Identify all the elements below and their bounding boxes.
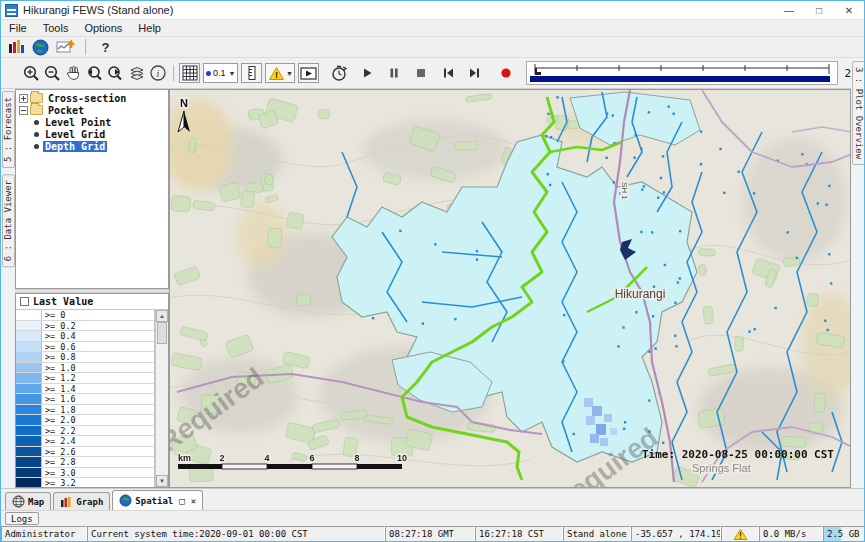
legend-row[interactable]: >= 1.8: [16, 405, 154, 416]
toolbar-separator: [173, 65, 174, 81]
menu-tools[interactable]: Tools: [35, 21, 77, 35]
chevron-down-icon[interactable]: ▼: [286, 70, 293, 77]
tree-item-level-grid[interactable]: Level Grid: [16, 128, 168, 140]
status-gmt-time: 08:27:18 GMT: [385, 526, 475, 542]
tree-item-level-point[interactable]: Level Point: [16, 116, 168, 128]
stop-button[interactable]: [410, 63, 431, 83]
bar-chart-icon: [60, 496, 73, 508]
status-coordinates: -35.657 , 174.199: [631, 526, 721, 542]
database-display-button[interactable]: [5, 37, 26, 57]
legend-value-label: >= 0.6: [42, 342, 154, 352]
toolbar-separator: [85, 39, 86, 55]
legend-scrollbar[interactable]: ▲ ▼: [155, 310, 168, 487]
tab-maximize-icon[interactable]: □: [179, 496, 184, 506]
legend-row[interactable]: >= 1.6: [16, 394, 154, 405]
menu-help[interactable]: Help: [130, 21, 169, 35]
legend-row[interactable]: >= 2.6: [16, 447, 154, 458]
legend-row[interactable]: >= 3.0: [16, 468, 154, 479]
spatial-map-view[interactable]: API Key Required API Key Required API Ke…: [169, 89, 851, 488]
legend-row[interactable]: >= 0.8: [16, 352, 154, 363]
tab-graph[interactable]: Graph: [53, 492, 110, 510]
zoom-next-icon[interactable]: [105, 63, 126, 83]
legend-row[interactable]: >= 2.2: [16, 426, 154, 437]
legend-row[interactable]: >= 2.8: [16, 457, 154, 468]
legend-value-label: >= 2.6: [42, 447, 154, 457]
legend-row[interactable]: >= 1.2: [16, 373, 154, 384]
info-icon[interactable]: i: [147, 63, 168, 83]
layer-tree: Cross-section Pocket Level Point Level G…: [15, 89, 169, 289]
legend-row[interactable]: >= 0.2: [16, 321, 154, 332]
menu-options[interactable]: Options: [76, 21, 130, 35]
scroll-down-icon[interactable]: ▼: [156, 475, 168, 487]
close-button[interactable]: ✕: [834, 1, 864, 19]
legend-value-label: >= 2.8: [42, 457, 154, 467]
pause-button[interactable]: [383, 63, 404, 83]
legend-table-body: >= 0>= 0.2>= 0.4>= 0.6>= 0.8>= 1.0>= 1.2…: [16, 310, 155, 487]
scrollbar-track[interactable]: [156, 322, 168, 475]
timeline-slider[interactable]: [526, 61, 838, 85]
pan-hand-icon[interactable]: [63, 63, 84, 83]
menu-file[interactable]: File: [1, 21, 35, 35]
tab-spatial-label: Spatial: [135, 496, 173, 506]
globe-icon: [119, 494, 132, 507]
tab-spatial[interactable]: Spatial □ ✕: [112, 490, 203, 510]
legend-row[interactable]: >= 1.0: [16, 363, 154, 374]
svg-text:2: 2: [219, 453, 224, 463]
legend-value-label: >= 3.2: [42, 478, 154, 487]
legend-value-label: >= 0: [42, 310, 154, 320]
zoom-out-icon[interactable]: [42, 63, 63, 83]
grid-display-button[interactable]: [179, 63, 200, 83]
class-threshold-combo[interactable]: 0.1 ▼: [203, 63, 238, 83]
tab-forecast[interactable]: 5 : Forecast: [2, 91, 15, 168]
tab-plot-overview[interactable]: 3 : Plot Overview: [852, 61, 865, 165]
last-value-checkbox[interactable]: [20, 297, 29, 306]
skip-to-start-button[interactable]: [437, 63, 458, 83]
timeline-cursor-icon: [535, 68, 541, 75]
minimize-button[interactable]: —: [774, 1, 804, 19]
tab-map[interactable]: Map: [5, 492, 51, 510]
animation-display-button[interactable]: [298, 63, 319, 83]
scale-bar-button[interactable]: [241, 63, 262, 83]
zoom-in-icon[interactable]: [21, 63, 42, 83]
layers-icon[interactable]: [126, 63, 147, 83]
help-button[interactable]: ?: [95, 37, 116, 57]
tab-data-viewer[interactable]: 6 : Data Viewer: [2, 174, 15, 267]
tab-close-icon[interactable]: ✕: [191, 496, 196, 506]
legend-value-label: >= 0.4: [42, 331, 154, 341]
legend-row[interactable]: >= 2.0: [16, 415, 154, 426]
wireframe-globe-icon: [12, 495, 25, 508]
legend-row[interactable]: >= 2.4: [16, 436, 154, 447]
run-timer-icon[interactable]: [329, 63, 350, 83]
tree-item-depth-grid[interactable]: Depth Grid: [16, 140, 168, 152]
tree-item-pocket[interactable]: Pocket: [16, 104, 168, 116]
skip-to-end-button[interactable]: [464, 63, 485, 83]
legend-color-swatch: [16, 405, 42, 415]
status-warning-cell[interactable]: !: [721, 526, 759, 542]
collapse-icon[interactable]: [19, 106, 28, 115]
legend-row[interactable]: >= 3.2: [16, 478, 154, 487]
tab-graph-label: Graph: [76, 497, 103, 507]
play-button[interactable]: [356, 63, 377, 83]
maximize-button[interactable]: □: [804, 1, 834, 19]
bottom-tab-bar: Map Graph Spatial □ ✕: [1, 488, 864, 510]
chevron-down-icon[interactable]: ▼: [229, 70, 236, 77]
timeseries-import-button[interactable]: [55, 37, 76, 57]
legend-row[interactable]: >= 0.6: [16, 342, 154, 353]
class-threshold-value: 0.1: [213, 68, 226, 78]
highway-label: SH 1: [620, 182, 629, 200]
zoom-previous-icon[interactable]: [84, 63, 105, 83]
record-button[interactable]: [495, 63, 516, 83]
legend-row[interactable]: >= 0: [16, 310, 154, 321]
town-label: Hikurangi: [615, 287, 666, 301]
spatial-display-button[interactable]: [30, 37, 51, 57]
scrollbar-thumb[interactable]: [157, 322, 167, 344]
scroll-up-icon[interactable]: ▲: [156, 310, 168, 322]
legend-row[interactable]: >= 0.4: [16, 331, 154, 342]
legend-color-swatch: [16, 373, 42, 383]
legend-value-label: >= 1.4: [42, 384, 154, 394]
logs-button[interactable]: Logs: [5, 512, 39, 525]
legend-value-label: >= 0.2: [42, 321, 154, 331]
legend-row[interactable]: >= 1.4: [16, 384, 154, 395]
expand-icon[interactable]: [19, 94, 28, 103]
warning-threshold-button[interactable]: ! ▼: [265, 63, 295, 83]
